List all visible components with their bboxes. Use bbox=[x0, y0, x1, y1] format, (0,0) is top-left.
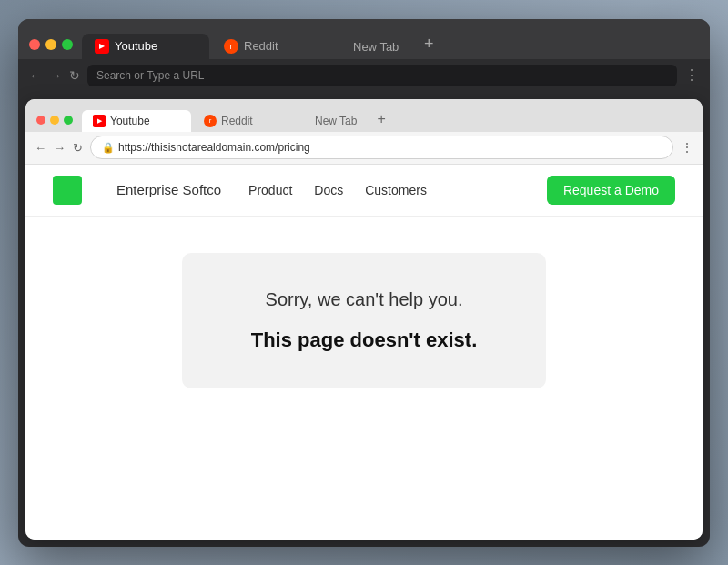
outer-url-input[interactable]: Search or Type a URL bbox=[87, 65, 677, 86]
request-demo-button[interactable]: Request a Demo bbox=[547, 176, 675, 205]
inner-add-tab-icon: + bbox=[377, 111, 385, 127]
inner-tab-newtab-label: New Tab bbox=[315, 115, 357, 127]
outer-url-text: Search or Type a URL bbox=[96, 69, 205, 82]
outer-tab-newtab-label: New Tab bbox=[353, 40, 399, 54]
inner-traffic-lights bbox=[33, 116, 80, 132]
inner-tab-reddit-label: Reddit bbox=[221, 115, 253, 127]
site-brand: Enterprise Softco bbox=[116, 182, 221, 197]
nav-link-docs[interactable]: Docs bbox=[314, 183, 343, 197]
inner-maximize-button[interactable] bbox=[64, 116, 73, 125]
inner-tab-newtab[interactable]: New Tab bbox=[304, 110, 368, 132]
outer-reload-button[interactable]: ↻ bbox=[69, 68, 80, 83]
site-logo bbox=[53, 176, 82, 205]
inner-add-tab-button[interactable]: + bbox=[369, 106, 479, 132]
site-nav: Enterprise Softco Product Docs Customers… bbox=[25, 165, 703, 217]
outer-forward-button[interactable]: → bbox=[49, 68, 62, 83]
inner-menu-button[interactable]: ⋮ bbox=[681, 140, 693, 155]
outer-tab-youtube[interactable]: Youtube bbox=[82, 34, 209, 59]
inner-back-button[interactable]: ← bbox=[35, 141, 46, 155]
inner-tab-reddit[interactable]: r Reddit bbox=[193, 110, 302, 132]
outer-minimize-button[interactable] bbox=[46, 39, 56, 50]
reddit-icon: r bbox=[224, 39, 238, 54]
nav-link-product[interactable]: Product bbox=[248, 183, 292, 197]
inner-reload-button[interactable]: ↻ bbox=[73, 141, 83, 155]
outer-maximize-button[interactable] bbox=[62, 39, 73, 50]
inner-tab-youtube-label: Youtube bbox=[110, 115, 150, 127]
inner-browser-window: Youtube r Reddit New Tab + ← → ↻ 🔒 https… bbox=[25, 99, 703, 540]
outer-address-bar: ← → ↻ Search or Type a URL ⋮ bbox=[18, 59, 710, 92]
nav-link-customers[interactable]: Customers bbox=[365, 183, 427, 197]
error-main-text: This page doesn't exist. bbox=[237, 328, 491, 352]
inner-tab-youtube[interactable]: Youtube bbox=[82, 110, 191, 132]
youtube-icon bbox=[95, 39, 109, 54]
inner-forward-button[interactable]: → bbox=[54, 141, 66, 155]
outer-tab-bar: Youtube r Reddit New Tab + bbox=[18, 19, 710, 59]
outer-tab-newtab[interactable]: New Tab bbox=[340, 35, 413, 59]
inner-reddit-icon: r bbox=[204, 115, 217, 127]
site-nav-links: Product Docs Customers bbox=[248, 183, 520, 197]
outer-add-tab-icon: + bbox=[424, 35, 434, 54]
lock-icon: 🔒 bbox=[102, 142, 115, 154]
outer-menu-button[interactable]: ⋮ bbox=[684, 66, 699, 84]
outer-traffic-lights bbox=[25, 39, 80, 59]
outer-tab-reddit[interactable]: r Reddit bbox=[211, 34, 339, 59]
outer-add-tab-button[interactable]: + bbox=[415, 29, 542, 59]
inner-url-text: https://thisisnotarealdomain.com/pricing bbox=[118, 141, 310, 154]
outer-tab-reddit-label: Reddit bbox=[244, 39, 278, 53]
outer-tab-youtube-label: Youtube bbox=[115, 39, 157, 53]
outer-close-button[interactable] bbox=[29, 39, 40, 50]
inner-tab-bar: Youtube r Reddit New Tab + bbox=[25, 99, 703, 132]
error-sorry-text: Sorry, we can't help you. bbox=[237, 289, 491, 310]
inner-minimize-button[interactable] bbox=[50, 116, 59, 125]
website-content: Enterprise Softco Product Docs Customers… bbox=[25, 165, 703, 540]
inner-url-input[interactable]: 🔒 https://thisisnotarealdomain.com/prici… bbox=[90, 136, 673, 159]
error-container: Sorry, we can't help you. This page does… bbox=[25, 217, 703, 425]
inner-close-button[interactable] bbox=[36, 116, 46, 125]
inner-youtube-icon bbox=[93, 115, 106, 127]
inner-address-bar: ← → ↻ 🔒 https://thisisnotarealdomain.com… bbox=[25, 132, 703, 165]
outer-back-button[interactable]: ← bbox=[29, 68, 42, 83]
outer-browser-window: Youtube r Reddit New Tab + ← → ↻ Search … bbox=[18, 19, 710, 547]
error-card: Sorry, we can't help you. This page does… bbox=[182, 253, 546, 388]
